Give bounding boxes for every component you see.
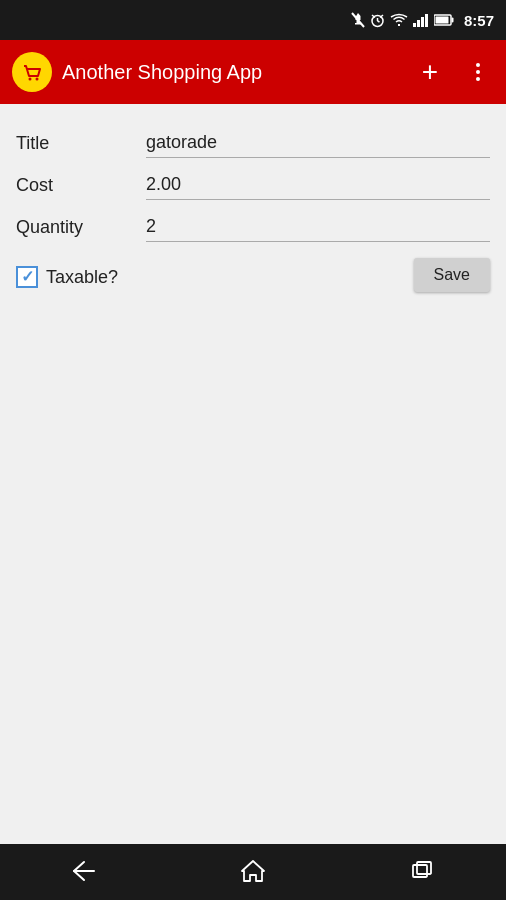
svg-line-5 xyxy=(377,21,379,22)
mute-icon xyxy=(351,12,365,28)
home-button[interactable] xyxy=(213,852,293,892)
svg-rect-10 xyxy=(421,17,424,27)
svg-point-16 xyxy=(29,78,32,81)
svg-rect-1 xyxy=(356,20,359,23)
status-time: 8:57 xyxy=(464,12,494,29)
taxable-checkbox[interactable]: ✓ xyxy=(16,266,38,288)
app-bar: Another Shopping App + xyxy=(0,40,506,104)
checkmark-icon: ✓ xyxy=(21,269,34,285)
back-icon xyxy=(70,860,98,885)
signal-icon xyxy=(413,13,429,27)
recent-apps-icon xyxy=(410,860,434,885)
title-input[interactable] xyxy=(146,128,490,158)
save-button[interactable]: Save xyxy=(414,258,490,292)
nav-bar xyxy=(0,844,506,900)
svg-rect-21 xyxy=(417,862,431,874)
more-options-button[interactable] xyxy=(462,56,494,88)
status-icons xyxy=(351,12,454,28)
svg-line-7 xyxy=(380,15,383,18)
title-row: Title xyxy=(16,124,490,162)
logo-icon xyxy=(18,58,46,86)
recent-apps-button[interactable] xyxy=(382,852,462,892)
svg-marker-19 xyxy=(242,861,264,881)
battery-icon xyxy=(434,14,454,26)
home-icon xyxy=(240,859,266,886)
svg-rect-20 xyxy=(413,865,427,877)
more-options-icon xyxy=(476,63,480,81)
svg-rect-11 xyxy=(425,14,428,27)
taxable-row: ✓ Taxable? xyxy=(16,262,118,292)
cost-row: Cost xyxy=(16,166,490,204)
app-bar-actions: + xyxy=(414,56,494,88)
cost-label: Cost xyxy=(16,175,146,196)
status-bar: 8:57 xyxy=(0,0,506,40)
taxable-save-row: ✓ Taxable? Save xyxy=(16,258,490,296)
title-label: Title xyxy=(16,133,146,154)
svg-point-17 xyxy=(36,78,39,81)
svg-rect-8 xyxy=(413,23,416,27)
quantity-row: Quantity xyxy=(16,208,490,246)
cost-input[interactable] xyxy=(146,170,490,200)
add-icon: + xyxy=(422,56,438,88)
back-button[interactable] xyxy=(44,852,124,892)
taxable-label: Taxable? xyxy=(46,267,118,288)
app-title: Another Shopping App xyxy=(62,61,404,84)
alarm-icon xyxy=(370,12,385,28)
svg-rect-13 xyxy=(451,18,453,23)
svg-rect-14 xyxy=(435,17,448,24)
svg-line-6 xyxy=(372,15,375,18)
wifi-icon xyxy=(390,13,408,27)
main-content: Title Cost Quantity ✓ Taxable? Save xyxy=(0,104,506,316)
svg-point-15 xyxy=(19,59,45,85)
svg-rect-9 xyxy=(417,20,420,27)
add-button[interactable]: + xyxy=(414,56,446,88)
quantity-input[interactable] xyxy=(146,212,490,242)
svg-rect-2 xyxy=(355,23,361,25)
app-logo xyxy=(12,52,52,92)
quantity-label: Quantity xyxy=(16,217,146,238)
